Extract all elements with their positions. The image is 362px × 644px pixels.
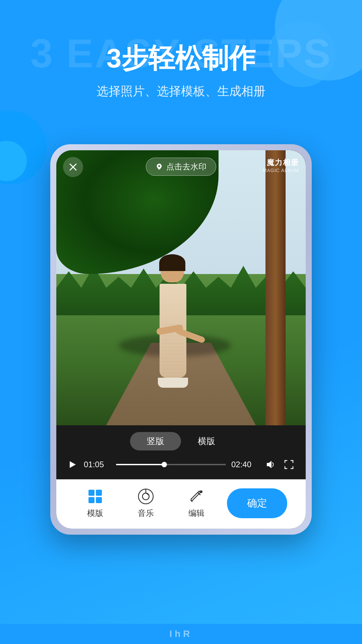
template-icon	[86, 488, 104, 505]
confirm-button[interactable]: 确定	[227, 488, 287, 518]
progress-track[interactable]	[116, 464, 226, 465]
video-area: 点击去水印 魔力相册 MAGIC ALBUM	[56, 150, 306, 479]
person-hair	[159, 254, 185, 271]
close-button[interactable]	[63, 157, 83, 177]
controls-bar: 竖版 横版 01:05	[56, 425, 306, 479]
svg-rect-6	[88, 497, 95, 503]
progress-fill	[116, 464, 164, 465]
bottom-indicator: IhR	[0, 624, 362, 644]
music-icon	[137, 488, 155, 505]
phone-inner: 点击去水印 魔力相册 MAGIC ALBUM	[56, 150, 306, 529]
svg-rect-5	[96, 490, 102, 496]
svg-marker-3	[267, 461, 272, 468]
music-label: 音乐	[138, 508, 154, 519]
photo-display	[56, 150, 306, 425]
toolbar-item-music[interactable]: 音乐	[126, 488, 166, 519]
header: 3步轻松制作 选择照片、选择模板、生成相册	[0, 44, 362, 100]
page-subtitle: 选择照片、选择模板、生成相册	[0, 83, 362, 100]
svg-rect-7	[96, 497, 102, 503]
person-shoes	[158, 378, 188, 388]
svg-marker-2	[70, 461, 76, 468]
landscape-button[interactable]: 横版	[181, 432, 232, 450]
phone-mockup: 点击去水印 魔力相册 MAGIC ALBUM	[50, 144, 312, 535]
edit-icon	[188, 488, 205, 505]
template-label: 模版	[87, 508, 103, 519]
remove-watermark-label: 点击去水印	[166, 161, 206, 172]
phone-outer: 点击去水印 魔力相册 MAGIC ALBUM	[50, 144, 312, 535]
brand-name: 魔力相册	[263, 158, 299, 168]
page-title: 3步轻松制作	[0, 44, 362, 73]
bottom-text: IhR	[169, 629, 192, 639]
brand-watermark: 魔力相册 MAGIC ALBUM	[263, 158, 299, 173]
volume-button[interactable]	[263, 458, 277, 471]
svg-point-13	[200, 490, 202, 493]
edit-label: 编辑	[188, 508, 204, 519]
bottom-toolbar: 模版 音乐	[56, 479, 306, 529]
fullscreen-button[interactable]	[282, 458, 296, 471]
tree-trunk	[265, 150, 286, 425]
person-body	[160, 284, 186, 378]
timeline-row: 01:05 02:40	[66, 457, 296, 476]
brand-sub: MAGIC ALBUM	[263, 168, 299, 173]
orientation-toggle: 竖版 横版	[66, 432, 296, 450]
person-head	[161, 256, 184, 282]
toolbar-item-edit[interactable]: 编辑	[176, 488, 217, 519]
portrait-button[interactable]: 竖版	[130, 432, 181, 450]
time-current: 01:05	[84, 460, 111, 469]
person-figure	[149, 256, 202, 403]
toolbar-item-template[interactable]: 模版	[75, 488, 115, 519]
svg-rect-4	[88, 490, 95, 496]
remove-watermark-button[interactable]: 点击去水印	[146, 158, 216, 176]
photo-scene	[56, 150, 306, 425]
svg-point-9	[142, 493, 149, 500]
time-total: 02:40	[231, 460, 258, 469]
progress-thumb[interactable]	[162, 462, 167, 467]
play-button[interactable]	[66, 459, 78, 471]
person-arm-right	[175, 328, 206, 344]
